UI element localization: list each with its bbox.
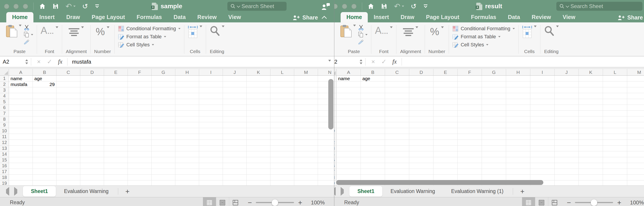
- cell-j18[interactable]: [554, 175, 579, 181]
- copy-button[interactable]: [24, 32, 33, 38]
- cell-c6[interactable]: [56, 105, 80, 111]
- cell-n15[interactable]: [318, 157, 334, 163]
- cell-i12[interactable]: [199, 140, 223, 146]
- normal-view-button[interactable]: [203, 197, 216, 206]
- cell-c4[interactable]: [56, 93, 80, 99]
- cell-k10[interactable]: [247, 128, 270, 134]
- cell-m6[interactable]: [627, 105, 644, 111]
- cell-k2[interactable]: [247, 81, 270, 87]
- cell-k4[interactable]: [247, 93, 270, 99]
- cell-a4[interactable]: [336, 93, 361, 99]
- cell-i18[interactable]: [199, 175, 223, 181]
- cell-b3[interactable]: [361, 87, 385, 93]
- cell-d16[interactable]: [409, 163, 434, 169]
- cell-styles-dropdown-icon[interactable]: [486, 44, 488, 45]
- name-box[interactable]: A2: [0, 56, 23, 67]
- column-header-l[interactable]: L: [270, 69, 294, 76]
- cell-k19[interactable]: [579, 181, 603, 185]
- zoom-in-button[interactable]: +: [617, 199, 621, 206]
- cell-g14[interactable]: [482, 151, 506, 157]
- cell-l17[interactable]: [270, 169, 294, 175]
- cell-a2[interactable]: [336, 81, 361, 87]
- share-button[interactable]: Share: [618, 14, 644, 21]
- cell-e7[interactable]: [104, 111, 128, 116]
- cell-g4[interactable]: [482, 93, 506, 99]
- cell-g19[interactable]: [152, 181, 175, 185]
- column-header-d[interactable]: D: [80, 69, 104, 76]
- cell-l19[interactable]: [270, 181, 294, 185]
- cell-m18[interactable]: [294, 175, 318, 181]
- cell-h12[interactable]: [506, 140, 530, 146]
- cell-i15[interactable]: [199, 157, 223, 163]
- cell-e14[interactable]: [104, 151, 128, 157]
- cell-l19[interactable]: [603, 181, 627, 185]
- cell-j4[interactable]: [223, 93, 247, 99]
- cell-d11[interactable]: [80, 134, 104, 140]
- cell-i8[interactable]: [199, 116, 223, 122]
- cell-l4[interactable]: [603, 93, 627, 99]
- cell-j2[interactable]: [554, 81, 579, 87]
- cell-f1[interactable]: [128, 76, 152, 81]
- cell-e15[interactable]: [434, 157, 458, 163]
- cell-f3[interactable]: [458, 87, 482, 93]
- cell-k6[interactable]: [579, 105, 603, 111]
- sheet-tab-evaluation-warning[interactable]: Evaluation Warning: [56, 186, 116, 197]
- cell-b6[interactable]: [33, 105, 56, 111]
- cell-f5[interactable]: [458, 99, 482, 105]
- cell-i1[interactable]: [530, 76, 554, 81]
- cell-d18[interactable]: [409, 175, 434, 181]
- cell-a11[interactable]: [336, 134, 361, 140]
- cell-c16[interactable]: [385, 163, 409, 169]
- cell-h3[interactable]: [506, 87, 530, 93]
- cell-j9[interactable]: [223, 122, 247, 128]
- cell-j15[interactable]: [554, 157, 579, 163]
- cell-g10[interactable]: [482, 128, 506, 134]
- row-header-3[interactable]: 3: [0, 87, 9, 93]
- add-sheet-button[interactable]: +: [514, 188, 530, 195]
- cell-e19[interactable]: [104, 181, 128, 185]
- cell-i2[interactable]: [530, 81, 554, 87]
- cell-k9[interactable]: [247, 122, 270, 128]
- collaborators-icon[interactable]: [321, 2, 330, 11]
- insert-function-button[interactable]: fx: [56, 58, 66, 65]
- row-header-1[interactable]: 1: [334, 76, 336, 81]
- row-header-5[interactable]: 5: [334, 99, 336, 105]
- cell-k7[interactable]: [579, 111, 603, 116]
- row-header-1[interactable]: 1: [0, 76, 9, 81]
- cell-k9[interactable]: [579, 122, 603, 128]
- cell-k12[interactable]: [579, 140, 603, 146]
- cell-j13[interactable]: [223, 146, 247, 151]
- cell-a17[interactable]: [9, 169, 33, 175]
- ribbon-tab-page-layout[interactable]: Page Layout: [420, 12, 465, 22]
- editing-magnifier-icon[interactable]: [210, 25, 220, 36]
- prev-sheet-arrow[interactable]: [6, 190, 9, 194]
- cell-a10[interactable]: [9, 128, 33, 134]
- cell-d14[interactable]: [80, 151, 104, 157]
- cell-d16[interactable]: [80, 163, 104, 169]
- cell-b4[interactable]: [33, 93, 56, 99]
- column-header-c[interactable]: C: [385, 69, 409, 76]
- cell-g9[interactable]: [152, 122, 175, 128]
- cell-g7[interactable]: [152, 111, 175, 116]
- cell-f4[interactable]: [458, 93, 482, 99]
- cell-g14[interactable]: [152, 151, 175, 157]
- cut-button[interactable]: [358, 25, 364, 30]
- ribbon-tab-draw[interactable]: Draw: [60, 12, 86, 22]
- row-header-4[interactable]: 4: [0, 93, 9, 99]
- cell-d17[interactable]: [80, 169, 104, 175]
- cell-j18[interactable]: [223, 175, 247, 181]
- cell-d18[interactable]: [80, 175, 104, 181]
- cell-m7[interactable]: [627, 111, 644, 116]
- cell-e3[interactable]: [434, 87, 458, 93]
- cell-i6[interactable]: [199, 105, 223, 111]
- cell-h12[interactable]: [175, 140, 199, 146]
- cell-f10[interactable]: [128, 128, 152, 134]
- save-icon[interactable]: [381, 3, 387, 9]
- cell-c18[interactable]: [385, 175, 409, 181]
- cell-m5[interactable]: [627, 99, 644, 105]
- search-sheet-input[interactable]: Search Sheet: [227, 2, 286, 11]
- cell-c10[interactable]: [56, 128, 80, 134]
- cell-j3[interactable]: [554, 87, 579, 93]
- cell-d2[interactable]: [80, 81, 104, 87]
- share-button[interactable]: Share: [293, 14, 326, 21]
